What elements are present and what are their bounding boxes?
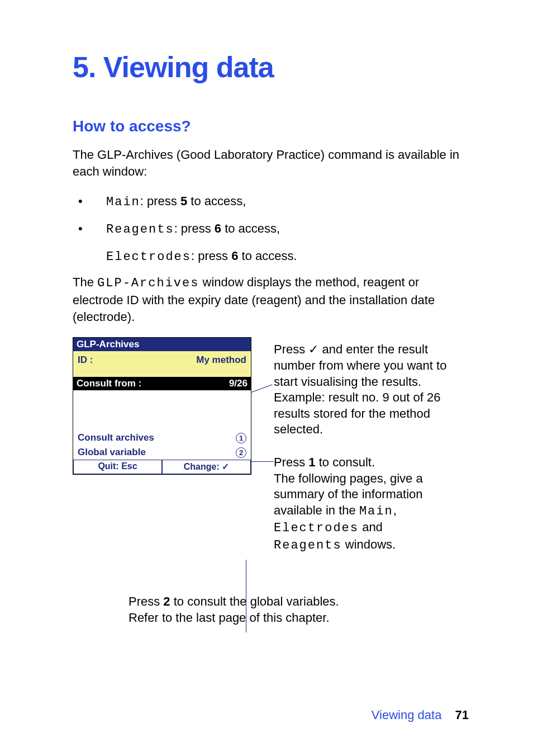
annotation-consult-from: Press ✓ and enter the result number from… bbox=[274, 342, 469, 438]
bullet-text: : press bbox=[140, 194, 180, 208]
ann-text: The following pages, give a summary of t… bbox=[274, 471, 423, 517]
electrodes-line: Electrodes: press 6 to access. bbox=[73, 247, 469, 266]
ann-mono-main: Main bbox=[359, 504, 393, 518]
glp-archives-mono: GLP-Archives bbox=[97, 276, 199, 290]
lcd-titlebar: GLP-Archives bbox=[73, 338, 251, 351]
ann-mono-electrodes: Electrodes bbox=[274, 521, 359, 535]
glp-window-paragraph: The GLP-Archives window displays the met… bbox=[73, 274, 469, 325]
bullet-reagents: Reagents: press 6 to access, bbox=[73, 219, 469, 239]
note-text: Press bbox=[129, 594, 163, 608]
note-text: Refer to the last page of this chapter. bbox=[129, 611, 330, 625]
lcd-footer: Quit: Esc Change: ✓ bbox=[73, 460, 251, 474]
lcd-change-button: Change: ✓ bbox=[162, 460, 251, 474]
screenshot-annotation-row: GLP-Archives ID : My method Consult from… bbox=[73, 337, 469, 570]
ann-key: 1 bbox=[308, 455, 315, 469]
ann-text: to consult. bbox=[316, 455, 375, 469]
lcd-option-global-variable: Global variable 2 bbox=[73, 445, 251, 460]
bullet-main: Main: press 5 to access, bbox=[73, 192, 469, 211]
lcd-option-label: Consult archives bbox=[78, 432, 154, 443]
circled-1-icon: 1 bbox=[236, 433, 246, 443]
access-bullet-list: Main: press 5 to access, Reagents: press… bbox=[73, 192, 469, 239]
global-variable-note: Press 2 to consult the global variables.… bbox=[129, 593, 469, 626]
ann-text: and bbox=[359, 520, 383, 534]
vertical-divider-icon bbox=[246, 560, 246, 632]
lcd-id-label: ID : bbox=[78, 355, 93, 366]
bullet-text: : press bbox=[174, 221, 215, 235]
ann-text: , bbox=[393, 503, 397, 517]
lcd-option-label: Global variable bbox=[78, 447, 146, 458]
electrodes-text: : press bbox=[191, 249, 231, 263]
callout-line-icon bbox=[251, 385, 273, 393]
annotation-column: Press ✓ and enter the result number from… bbox=[274, 337, 469, 570]
lcd-consult-from-label: Consult from : bbox=[77, 378, 141, 389]
electrodes-tail: to access. bbox=[238, 249, 297, 263]
lcd-window: GLP-Archives ID : My method Consult from… bbox=[73, 337, 251, 475]
circled-2-icon: 2 bbox=[236, 447, 246, 458]
para-text: The bbox=[73, 275, 97, 289]
bullet-key: 5 bbox=[180, 194, 187, 208]
lcd-quit-button: Quit: Esc bbox=[73, 460, 162, 474]
electrodes-key: 6 bbox=[231, 249, 238, 263]
note-key: 2 bbox=[163, 594, 170, 608]
ann-text: Press bbox=[274, 455, 308, 469]
ann-text: windows. bbox=[342, 537, 396, 551]
lcd-consult-from-row: Consult from : 9/26 bbox=[73, 377, 251, 390]
lcd-spacer bbox=[73, 390, 251, 431]
bullet-label: Main bbox=[106, 195, 140, 209]
lcd-screenshot: GLP-Archives ID : My method Consult from… bbox=[73, 337, 251, 570]
annotation-consult-archives: Press 1 to consult. The following pages,… bbox=[274, 455, 469, 554]
chapter-title: 5. Viewing data bbox=[73, 50, 469, 84]
lcd-id-row: ID : My method bbox=[73, 351, 251, 377]
ann-mono-reagents: Reagents bbox=[274, 538, 342, 552]
bullet-tail: to access, bbox=[187, 194, 246, 208]
bullet-key: 6 bbox=[215, 221, 221, 235]
footer-page-number: 71 bbox=[455, 708, 469, 722]
lcd-option-consult-archives: Consult archives 1 bbox=[73, 431, 251, 445]
bullet-tail: to access, bbox=[221, 221, 280, 235]
electrodes-label: Electrodes bbox=[106, 250, 191, 264]
footer-section-label: Viewing data bbox=[372, 708, 442, 722]
section-title: How to access? bbox=[73, 117, 469, 135]
bullet-label: Reagents bbox=[106, 223, 174, 237]
callout-line-icon bbox=[251, 461, 274, 462]
lcd-id-value: My method bbox=[196, 355, 246, 366]
lcd-consult-from-value: 9/26 bbox=[229, 378, 248, 389]
note-text: to consult the global variables. bbox=[170, 594, 339, 608]
page-footer: Viewing data 71 bbox=[372, 708, 469, 722]
intro-paragraph: The GLP-Archives (Good Laboratory Practi… bbox=[73, 147, 469, 179]
